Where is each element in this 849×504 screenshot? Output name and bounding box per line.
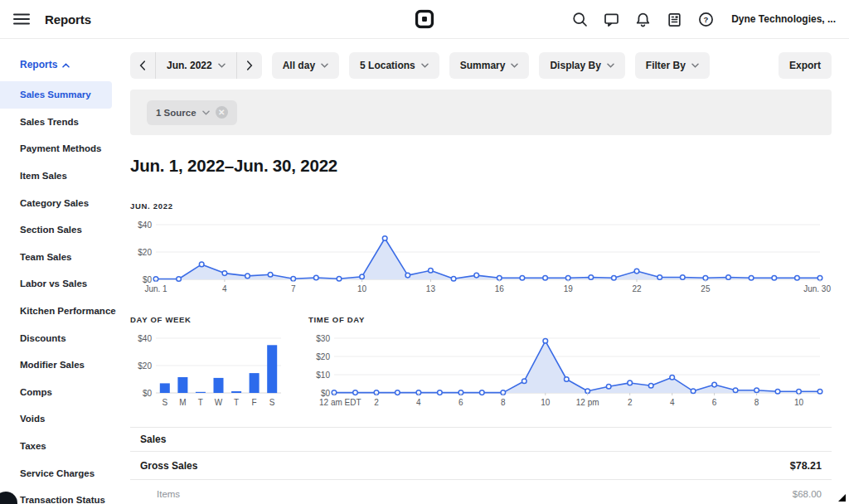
sidebar-item-team-sales[interactable]: Team Sales	[0, 244, 112, 271]
sidebar-items: Sales SummarySales TrendsPayment Methods…	[0, 81, 124, 504]
toolbar-button-5-locations[interactable]: 5 Locations	[349, 52, 439, 79]
table-row-items: Items$68.00	[130, 480, 832, 504]
svg-text:13: 13	[426, 284, 436, 293]
search-icon[interactable]	[572, 12, 588, 27]
time-of-day-chart[interactable]: $30$20$10$012 am EDT24681012 pm246810	[308, 330, 832, 410]
main-content: Jun. 2022 All day5 LocationsSummaryDispl…	[130, 39, 832, 504]
filter-bar: 1 Source ✕	[130, 90, 832, 135]
svg-text:10: 10	[794, 398, 804, 407]
svg-text:12 pm: 12 pm	[576, 398, 599, 407]
sidebar-item-comps[interactable]: Comps	[0, 379, 112, 406]
svg-text:4: 4	[670, 398, 675, 407]
sidebar-item-taxes[interactable]: Taxes	[0, 433, 112, 460]
chat-icon[interactable]	[604, 12, 619, 27]
toolbar-button-label: All day	[283, 60, 315, 71]
square-logo[interactable]	[415, 10, 434, 29]
svg-text:$0: $0	[321, 389, 331, 398]
sidebar-item-voids[interactable]: Voids	[0, 405, 112, 433]
notification-badge	[680, 9, 686, 15]
svg-text:T: T	[198, 398, 203, 407]
svg-text:$30: $30	[316, 334, 330, 343]
svg-text:S: S	[269, 398, 275, 407]
table-row-gross-sales: Gross Sales$78.21	[130, 452, 832, 480]
svg-text:Jun. 30: Jun. 30	[803, 284, 831, 293]
sidebar-item-sales-trends[interactable]: Sales Trends	[0, 109, 112, 136]
svg-text:2: 2	[628, 398, 633, 407]
sidebar-item-payment-methods[interactable]: Payment Methods	[0, 135, 112, 162]
prev-month-button[interactable]	[130, 52, 155, 79]
svg-text:$0: $0	[143, 275, 153, 284]
app-title: Reports	[45, 12, 91, 27]
report-toolbar: Jun. 2022 All day5 LocationsSummaryDispl…	[130, 52, 832, 79]
sidebar-item-modifier-sales[interactable]: Modifier Sales	[0, 351, 112, 379]
svg-text:$0: $0	[143, 389, 153, 398]
clipboard-icon[interactable]	[667, 12, 682, 27]
svg-text:$20: $20	[138, 248, 152, 257]
svg-text:4: 4	[222, 284, 227, 293]
svg-text:16: 16	[495, 284, 505, 293]
date-range-button[interactable]: Jun. 2022	[156, 52, 236, 79]
svg-text:8: 8	[501, 398, 506, 407]
page-title: Jun. 1, 2022–Jun. 30, 2022	[130, 156, 832, 176]
svg-text:25: 25	[701, 284, 711, 293]
sidebar-section-label: Reports	[20, 59, 57, 70]
bell-icon[interactable]	[635, 12, 651, 27]
mouse-cursor	[838, 494, 846, 502]
sidebar-item-discounts[interactable]: Discounts	[0, 324, 112, 351]
svg-text:4: 4	[416, 398, 421, 407]
svg-text:22: 22	[632, 284, 642, 293]
time-of-day-chart-title: TIME OF DAY	[308, 315, 832, 324]
sales-section-header: Sales	[130, 428, 832, 452]
menu-icon[interactable]	[13, 11, 30, 27]
svg-text:$40: $40	[138, 334, 152, 343]
top-bar: Reports ? Dyne Technologies, ...	[0, 0, 849, 39]
toolbar-button-display-by[interactable]: Display By	[539, 52, 624, 79]
sidebar-item-category-sales[interactable]: Category Sales	[0, 189, 112, 216]
merchant-name[interactable]: Dyne Technologies, ...	[731, 13, 836, 25]
source-filter-chip[interactable]: 1 Source ✕	[147, 100, 237, 125]
sidebar-item-kitchen-performance[interactable]: Kitchen Performance	[0, 298, 112, 325]
date-nav: Jun. 2022	[130, 52, 262, 79]
svg-text:W: W	[215, 398, 223, 407]
sales-table-rows: Gross Sales$78.21Items$68.00	[130, 452, 832, 504]
toolbar-button-label: Summary	[460, 60, 506, 71]
help-icon[interactable]: ?	[698, 12, 714, 27]
date-range-label: Jun. 2022	[167, 60, 212, 71]
svg-text:10: 10	[357, 284, 367, 293]
sidebar-section-reports[interactable]: Reports	[0, 56, 124, 74]
sidebar-item-labor-vs-sales[interactable]: Labor vs Sales	[0, 270, 112, 298]
svg-text:F: F	[252, 398, 257, 407]
svg-text:7: 7	[291, 284, 296, 293]
svg-text:$20: $20	[138, 361, 152, 371]
svg-text:8: 8	[754, 398, 759, 407]
next-month-button[interactable]	[237, 52, 262, 79]
svg-text:10: 10	[541, 398, 551, 407]
sidebar-item-item-sales[interactable]: Item Sales	[0, 162, 112, 190]
svg-text:$40: $40	[138, 220, 152, 230]
svg-text:S: S	[162, 398, 167, 407]
export-button[interactable]: Export	[779, 52, 832, 79]
toolbar-button-summary[interactable]: Summary	[449, 52, 530, 79]
day-of-week-chart[interactable]: $40$20$0SMTWTFS	[130, 330, 288, 410]
svg-text:$10: $10	[316, 371, 330, 380]
remove-filter-icon[interactable]: ✕	[216, 106, 228, 119]
svg-text:T: T	[234, 398, 239, 407]
toolbar-button-all-day[interactable]: All day	[272, 52, 339, 79]
section-label: Sales	[140, 434, 166, 445]
svg-text:2: 2	[374, 398, 379, 407]
svg-text:6: 6	[458, 398, 463, 407]
month-sales-chart[interactable]: $40$20$0Jun. 147101316192225Jun. 30	[130, 216, 832, 296]
svg-text:19: 19	[564, 284, 574, 293]
sidebar-item-section-sales[interactable]: Section Sales	[0, 216, 112, 244]
toolbar-button-label: Filter By	[646, 60, 686, 71]
row-label: Gross Sales	[140, 460, 197, 472]
toolbar-button-label: Display By	[550, 60, 600, 71]
toolbar-filter-buttons: All day5 LocationsSummaryDisplay ByFilte…	[272, 52, 710, 79]
sidebar-item-sales-summary[interactable]: Sales Summary	[0, 81, 112, 109]
toolbar-button-filter-by[interactable]: Filter By	[635, 52, 710, 79]
svg-text:Jun. 1: Jun. 1	[144, 284, 167, 293]
row-label: Items	[140, 489, 180, 499]
svg-text:M: M	[179, 398, 186, 407]
sidebar-item-service-charges[interactable]: Service Charges	[0, 459, 112, 487]
row-value: $78.21	[790, 460, 822, 472]
